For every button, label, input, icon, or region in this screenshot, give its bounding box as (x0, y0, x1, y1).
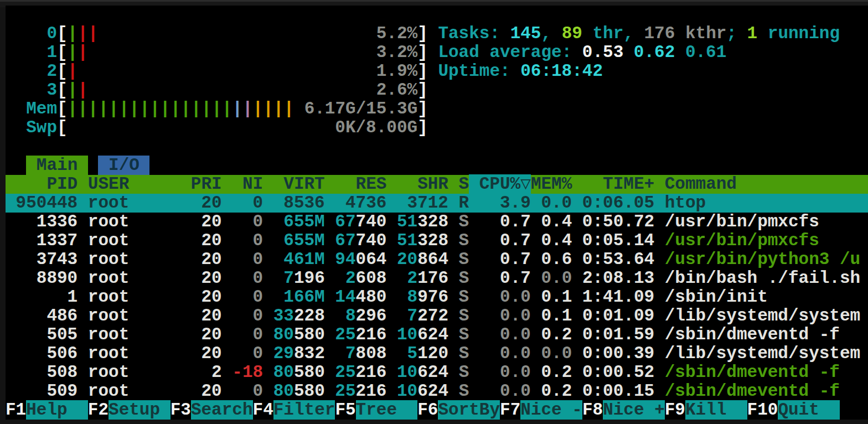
fkey-f7[interactable]: F7Nice - (500, 400, 582, 420)
meter-bar: | (202, 99, 212, 118)
column-header-pid[interactable]: PID (6, 174, 88, 194)
process-row[interactable]: 509 root 20 0 80580 25216 10624 S 0.0 0.… (6, 382, 840, 401)
meter-bar: | (68, 24, 78, 43)
process-row[interactable]: 1337 root 20 0 655M 67740 51328 S 0.7 0.… (6, 231, 819, 250)
fkey-f6[interactable]: F6SortBy (417, 400, 500, 420)
cell-pri: 20 (191, 193, 232, 213)
cell-pri: 20 (191, 325, 232, 344)
swap-meter-value: 0K/8.00G (335, 118, 417, 137)
cell-user: root (88, 268, 191, 288)
cell-ni: 0 (232, 268, 273, 288)
cell-user: root (88, 250, 191, 269)
process-row[interactable]: 1336 root 20 0 655M 67740 51328 S 0.7 0.… (6, 213, 819, 231)
process-row[interactable]: 3743 root 20 0 461M 94064 20864 S 0.7 0.… (6, 250, 860, 269)
fkey-key-label: F4 (253, 400, 273, 420)
memory-meter-value: 6.17G/15.3G (304, 99, 418, 118)
cell-ni: 0 (232, 250, 273, 269)
process-row[interactable]: 505 root 20 0 80580 25216 10624 S 0.0 0.… (6, 325, 840, 344)
cpu-meter-0: 0[||| 5.2%] Tasks: 145, 89 thr, 176 kthr… (6, 24, 840, 43)
cell-pid: 950448 (6, 193, 88, 213)
fkey-key-label: F1 (6, 400, 26, 420)
process-row[interactable]: 950448 root 20 0 8536 4736 3712 R 3.9 0.… (6, 194, 868, 213)
cell-ni: -18 (232, 363, 273, 382)
cell-pri: 20 (191, 287, 232, 307)
meter-bar: | (129, 99, 140, 118)
fkey-action-label: Tree (356, 400, 418, 420)
process-row[interactable]: 1 root 20 0 166M 14480 8976 S 0.0 0.1 1:… (6, 288, 768, 307)
meter-bar: | (78, 24, 88, 43)
cell-cpu: 0.7 (469, 250, 531, 269)
cpu-meter-0-value: 5.2% (376, 24, 417, 43)
cell-cpu: 0.7 (469, 212, 531, 231)
fkey-action-label: SortBy (438, 400, 500, 420)
fkey-f2[interactable]: F2Setup (88, 400, 170, 420)
cell-command: /sbin/dmeventd -f (665, 325, 840, 344)
cpu-meter-1-value: 3.2% (376, 43, 417, 62)
cell-mem: 0.0 (531, 268, 572, 288)
column-header-shr[interactable]: SHR (397, 174, 459, 194)
column-header-ni[interactable]: NI (232, 174, 273, 194)
cell-pri: 20 (191, 212, 232, 231)
meter-bar: | (68, 80, 78, 100)
column-header-mem[interactable]: MEM% (531, 174, 572, 194)
cell-ni: 0 (232, 325, 273, 344)
cell-state: S (459, 381, 469, 401)
meter-bar: | (140, 99, 150, 118)
meter-bar: | (78, 80, 88, 100)
meter-bar: | (253, 99, 264, 118)
table-header: PID USER PRI NI VIRT RES SHR S CPU%▽MEM%… (6, 175, 868, 194)
column-header-time[interactable]: TIME+ (572, 174, 664, 194)
fkey-action-label: Quit (778, 400, 840, 420)
fkey-f8[interactable]: F8Nice + (582, 400, 665, 420)
process-row[interactable]: 8890 root 20 0 7196 2608 2176 S 0.7 0.0 … (6, 269, 860, 288)
fkey-f1[interactable]: F1Help (6, 400, 88, 420)
cell-mem: 0.2 (531, 381, 572, 401)
column-header-virt[interactable]: VIRT (273, 174, 335, 194)
cell-mem: 0.2 (531, 325, 572, 344)
cell-time: 0:00.39 (572, 344, 664, 363)
column-header-pri[interactable]: PRI (191, 174, 232, 194)
meter-bar: | (78, 43, 88, 62)
fkey-f4[interactable]: F4Filter (253, 400, 335, 420)
column-header-state[interactable]: S (459, 174, 469, 194)
fkey-key-label: F5 (335, 400, 355, 420)
fkey-f10[interactable]: F10Quit (747, 400, 840, 420)
fkey-f3[interactable]: F3Search (170, 400, 253, 420)
fkey-action-label: Nice + (603, 400, 665, 420)
cpu-meter-1-label: 1 (6, 43, 57, 62)
cell-state: S (459, 325, 469, 344)
cell-time: 0:00.15 (572, 381, 664, 401)
tab-main[interactable]: Main (26, 156, 88, 175)
fkey-f5[interactable]: F5Tree (335, 400, 417, 420)
tab-io[interactable]: I/O (98, 156, 149, 175)
process-row[interactable]: 506 root 20 0 29832 7808 5120 S 0.0 0.0 … (6, 344, 860, 363)
meter-open-bracket: [ (57, 80, 68, 100)
cell-command: /sbin/init (665, 287, 768, 307)
meter-bar: | (78, 99, 88, 118)
process-row[interactable]: 508 root 2 -18 80580 25216 10624 S 0.0 0… (6, 363, 840, 382)
function-key-bar: F1Help F2Setup F3SearchF4FilterF5Tree F6… (6, 401, 840, 420)
cell-user: root (88, 363, 191, 382)
cell-command: /usr/bin/pmxcfs (665, 231, 819, 250)
cell-pid: 1337 (6, 231, 88, 250)
cell-ni: 0 (232, 193, 273, 213)
fkey-action-label: Nice - (520, 400, 582, 420)
cell-time: 0:53.64 (572, 250, 664, 269)
process-row[interactable]: 486 root 20 0 33228 8296 7272 S 0.0 0.1 … (6, 307, 860, 325)
cell-state: S (459, 231, 469, 250)
column-header-cpu-sorted[interactable]: CPU%▽ (469, 174, 531, 194)
cell-mem: 0.6 (531, 250, 572, 269)
cell-time: 0:00.52 (572, 363, 664, 382)
meter-bar: | (68, 43, 78, 62)
meter-bar: | (108, 99, 119, 118)
cell-mem: 0.1 (531, 306, 572, 325)
meter-bar: | (273, 99, 284, 118)
column-header-user[interactable]: USER (88, 174, 191, 194)
cell-pid: 1 (6, 287, 88, 307)
cell-mem: 0.0 (531, 344, 572, 363)
column-header-res[interactable]: RES (335, 174, 397, 194)
fkey-f9[interactable]: F9Kill (665, 400, 747, 420)
meter-bar: | (68, 61, 78, 81)
cpu-meter-0-label: 0 (6, 24, 57, 43)
column-header-command[interactable]: Command (665, 174, 737, 194)
